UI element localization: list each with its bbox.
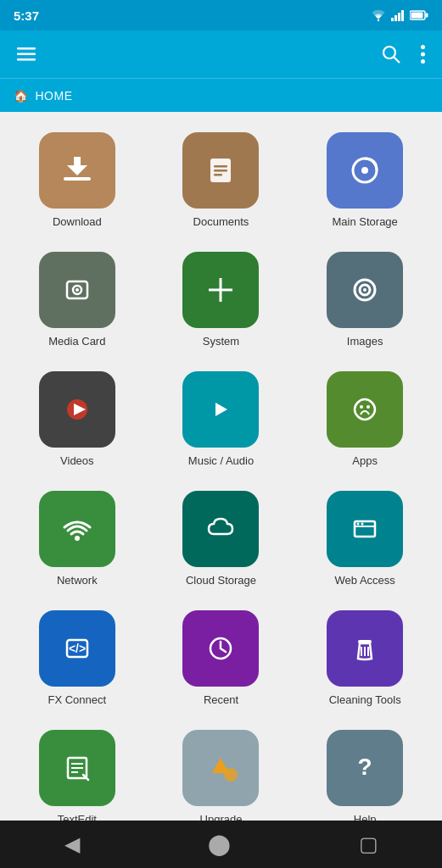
app-bar-left: [14, 44, 39, 64]
svg-rect-7: [411, 13, 423, 19]
svg-rect-20: [214, 165, 227, 168]
textedit-icon: [39, 730, 115, 806]
battery-icon: [410, 10, 428, 20]
home-nav-button[interactable]: ⬤: [187, 826, 251, 863]
status-icons: [371, 9, 428, 21]
system-icon: [182, 252, 259, 328]
back-button[interactable]: ◀: [44, 826, 100, 863]
grid-item-recent[interactable]: Recent: [154, 604, 288, 713]
grid-item-download[interactable]: Download: [10, 125, 144, 235]
recent-label: Recent: [204, 693, 238, 706]
svg-point-55: [224, 768, 238, 782]
help-icon: ?: [327, 730, 403, 806]
svg-point-36: [360, 405, 363, 409]
fx-connect-label: FX Connect: [48, 693, 107, 706]
main-storage-label: Main Storage: [333, 215, 398, 228]
app-grid: DownloadDocumentsMain StorageMedia CardS…: [0, 112, 442, 846]
svg-point-42: [361, 523, 364, 526]
svg-text:?: ?: [358, 754, 372, 780]
images-label: Images: [347, 335, 383, 348]
svg-rect-6: [426, 14, 428, 18]
search-button[interactable]: [378, 42, 404, 67]
cloud-storage-icon: [182, 491, 259, 567]
svg-line-12: [394, 58, 400, 64]
search-icon: [382, 45, 400, 64]
more-button[interactable]: [417, 42, 428, 67]
more-vert-icon: [421, 45, 425, 64]
web-access-label: Web Access: [335, 574, 395, 587]
svg-rect-16: [64, 177, 91, 181]
grid-item-textedit[interactable]: TextEdit: [10, 723, 144, 832]
status-bar: 5:37: [0, 0, 442, 31]
grid-item-apps[interactable]: Apps: [298, 364, 432, 474]
fx-connect-icon: </>: [39, 610, 115, 687]
menu-button[interactable]: [14, 44, 39, 64]
svg-point-38: [75, 536, 80, 541]
recent-button[interactable]: ▢: [338, 826, 399, 863]
svg-point-11: [383, 47, 395, 58]
svg-point-14: [421, 53, 425, 57]
network-icon: [39, 491, 115, 567]
grid-item-cleaning-tools[interactable]: Cleaning Tools: [298, 604, 432, 713]
images-icon: [327, 252, 403, 328]
recent-icon: [182, 610, 259, 687]
grid-item-cloud-storage[interactable]: Cloud Storage: [154, 484, 288, 593]
download-icon: [39, 132, 115, 209]
grid-item-network[interactable]: Network: [10, 484, 144, 593]
cloud-storage-label: Cloud Storage: [186, 574, 256, 587]
documents-icon: [182, 132, 259, 209]
signal-icon: [391, 9, 405, 21]
grid-item-media-card[interactable]: Media Card: [10, 245, 144, 354]
grid-item-main-storage[interactable]: Main Storage: [298, 125, 432, 235]
svg-rect-18: [74, 157, 81, 169]
apps-icon: [327, 371, 403, 448]
grid-item-music-audio[interactable]: Music / Audio: [154, 364, 288, 474]
svg-point-37: [366, 405, 370, 409]
bottom-nav: ◀ ⬤ ▢: [0, 821, 442, 868]
music-audio-icon: [182, 371, 259, 448]
cleaning-tools-label: Cleaning Tools: [329, 693, 401, 706]
app-bar-right: [378, 42, 428, 67]
svg-rect-2: [394, 15, 397, 21]
cleaning-tools-icon: [327, 610, 403, 687]
svg-rect-22: [214, 174, 222, 176]
wifi-icon: [371, 9, 386, 21]
grid-item-web-access[interactable]: Web Access: [298, 484, 432, 593]
home-icon: 🏠: [14, 89, 29, 103]
grid-item-upgrade[interactable]: Upgrade: [154, 723, 288, 832]
svg-point-15: [421, 59, 425, 64]
download-label: Download: [53, 215, 102, 228]
svg-point-41: [357, 523, 360, 526]
svg-point-0: [378, 19, 379, 21]
grid-item-images[interactable]: Images: [298, 245, 432, 354]
grid-item-documents[interactable]: Documents: [154, 125, 288, 235]
documents-label: Documents: [193, 215, 249, 228]
menu-icon: [17, 47, 36, 61]
breadcrumb-bar: 🏠 HOME: [0, 78, 442, 112]
svg-rect-10: [17, 58, 36, 61]
network-label: Network: [57, 574, 98, 587]
web-access-icon: [327, 491, 403, 567]
svg-rect-4: [401, 10, 404, 21]
app-bar: [0, 31, 442, 78]
media-card-icon: [39, 252, 115, 328]
svg-rect-8: [17, 47, 36, 50]
svg-point-27: [76, 288, 79, 292]
system-label: System: [203, 335, 239, 348]
grid-item-fx-connect[interactable]: </>FX Connect: [10, 604, 144, 713]
grid-item-system[interactable]: System: [154, 245, 288, 354]
svg-point-24: [361, 167, 368, 174]
apps-label: Apps: [352, 454, 378, 467]
svg-rect-9: [17, 53, 36, 56]
grid-item-help[interactable]: ?Help: [298, 723, 432, 832]
svg-rect-1: [391, 18, 394, 21]
videos-label: Videos: [60, 454, 94, 467]
videos-icon: [39, 371, 115, 448]
status-time: 5:37: [14, 8, 39, 23]
svg-marker-35: [215, 403, 227, 416]
music-audio-label: Music / Audio: [188, 454, 254, 467]
svg-text:</>: </>: [69, 642, 86, 655]
grid-item-videos[interactable]: Videos: [10, 364, 144, 474]
upgrade-icon: [182, 730, 259, 806]
svg-point-32: [363, 288, 366, 292]
